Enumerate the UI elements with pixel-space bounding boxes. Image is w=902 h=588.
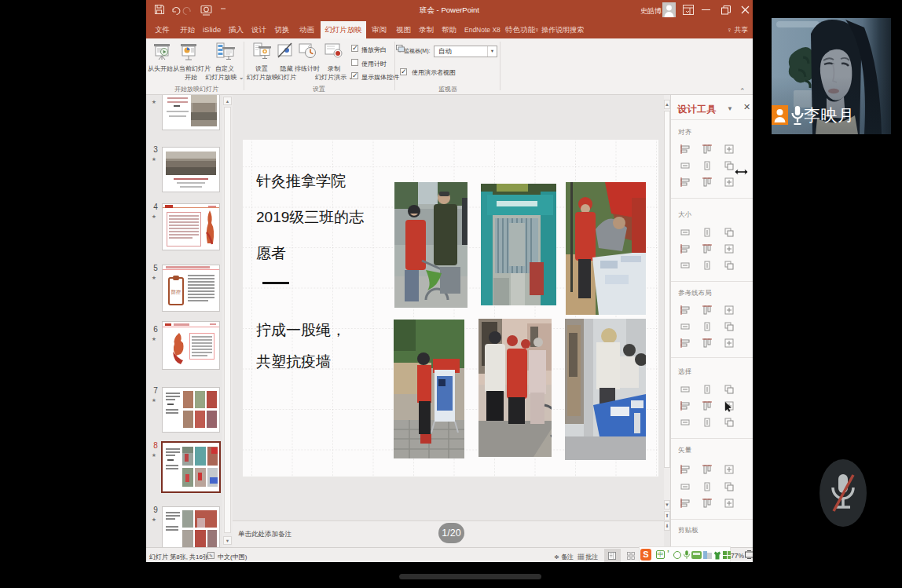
svg-text:防控: 防控 xyxy=(171,289,181,295)
